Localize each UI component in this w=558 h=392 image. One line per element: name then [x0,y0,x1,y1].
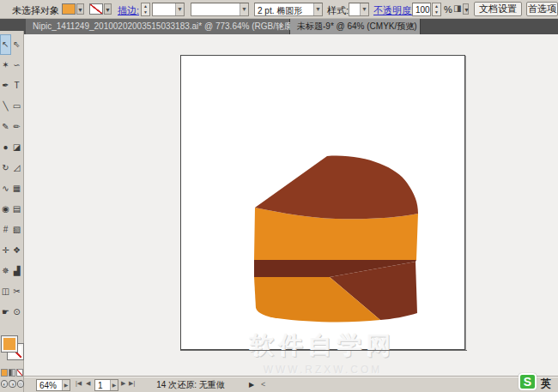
zoom-level-value: 64% [39,381,57,390]
column-graph-tool[interactable]: ▟ [11,261,22,281]
document-tab-bar: Nipic_1411249_20100202003515033183.ai* @… [0,19,558,34]
document-tab-inactive[interactable]: 未标题-9* @ 64% (CMYK/预览) × [290,19,421,34]
chevron-down-icon[interactable]: ▼ [240,3,248,15]
sogou-input-icon[interactable]: S [519,373,537,390]
preferences-button[interactable]: 首选项 [526,2,558,16]
tool-grid: ↖⇖✶∽✒T╲▭✎✏●◪↻◿∿▦◉▤#▧✛❖✵▟◫✂☛⊙ [0,34,24,323]
opacity-panel-link[interactable]: 不透明度: [373,4,414,17]
color-button[interactable] [1,369,8,377]
cake-illustration[interactable] [181,56,466,351]
free-transform-tool[interactable]: ▦ [11,178,22,199]
select-similar-dropdown-icon[interactable]: ▼ [463,3,469,15]
perspective-grid-tool[interactable]: ▤ [11,199,22,220]
artboard-number-combo[interactable]: 1 ▶ [94,379,118,391]
document-tab-label: Nipic_1411249_20100202003515033183.ai* @… [33,21,295,31]
stroke-color-swatch[interactable] [89,3,103,15]
gradient-tool[interactable]: ▧ [11,220,22,240]
paintbrush-tool[interactable]: ✎ [0,117,11,137]
pen-tool[interactable]: ✒ [0,75,11,96]
chevron-down-icon[interactable]: ▶ [62,380,70,390]
lasso-tool[interactable]: ∽ [11,55,22,75]
percent-label: % [444,4,452,15]
line-segment-tool[interactable]: ╲ [0,96,11,117]
illustrator-window: 未选择对象 ▼ ▼ 描边: ▲▼ ▼ ▼ 2 pt. 椭圆形 ▼ 样式: ▼ 不… [0,0,558,392]
canvas-area[interactable]: 软件自学网 WWW.RZXW.COM [24,34,558,377]
first-artboard-button[interactable]: |◀ [76,380,82,387]
opacity-stepper[interactable]: ▲▼ [432,3,441,16]
next-artboard-button[interactable]: ▶ [121,380,125,387]
eraser-tool[interactable]: ◪ [11,137,22,158]
zoom-level-combo[interactable]: 64% ▶ [36,379,70,391]
document-tab-active[interactable]: Nipic_1411249_20100202003515033183.ai* @… [26,19,290,34]
color-type-buttons [1,369,24,377]
artboard-tool[interactable]: ◫ [0,281,11,302]
ime-language-label[interactable]: 英 [541,377,551,391]
opacity-input[interactable]: 100 [412,3,431,16]
ime-indicator: S 英 [519,371,558,392]
gradient-button[interactable] [9,369,15,377]
chevron-down-icon[interactable]: ▼ [313,3,322,15]
control-bar: 未选择对象 ▼ ▼ 描边: ▲▼ ▼ ▼ 2 pt. 椭圆形 ▼ 样式: ▼ 不… [0,0,558,19]
artboard-number-value: 1 [98,381,103,390]
chevron-down-icon[interactable]: ▼ [360,3,368,15]
fill-swatch-large[interactable] [2,336,17,352]
chevron-down-icon[interactable]: ▶ [110,380,118,390]
draw-normal-mode-icon[interactable]: ◐ [1,380,8,388]
undo-status-display: 14 次还原: 无重做 [134,379,247,391]
slice-tool[interactable]: ✂ [11,281,22,302]
blend-tool[interactable]: ❖ [11,240,22,261]
style-label: 样式: [327,4,349,17]
hand-tool[interactable]: ☛ [0,302,11,323]
style-combo[interactable]: ▼ [349,3,369,16]
symbol-sprayer-tool[interactable]: ✵ [0,261,11,281]
none-button[interactable] [16,369,23,377]
shape-builder-tool[interactable]: ◉ [0,199,11,220]
select-similar-objects-icon[interactable]: ◨ [453,3,461,13]
scale-tool[interactable]: ◿ [11,158,22,178]
stroke-panel-link[interactable]: 描边: [118,4,139,17]
close-icon[interactable]: × [276,21,286,31]
fill-dropdown-icon[interactable]: ▼ [76,3,84,15]
rectangle-tool[interactable]: ▭ [11,96,22,117]
rotate-tool[interactable]: ↻ [0,158,11,178]
brush-definition-value: 2 pt. 椭圆形 [258,5,302,17]
selection-status-label: 未选择对象 [12,4,59,17]
close-icon[interactable]: × [407,21,416,31]
draw-behind-mode-icon[interactable]: ◑ [9,380,15,388]
chevron-down-icon[interactable]: ▼ [175,3,184,15]
document-tab-label: 未标题-9* @ 64% (CMYK/预览) [297,21,417,31]
direct-selection-tool[interactable]: ⇖ [11,34,22,55]
document-setup-button[interactable]: 文档设置 [474,2,522,16]
previous-artboard-button[interactable]: ◀ [86,380,90,387]
status-flyout-icon[interactable]: ▶ [249,381,254,389]
stroke-weight-combo[interactable]: ▼ [152,3,185,16]
watermark-url: WWW.RZXW.COM [180,364,465,376]
statusbar-grip: < [261,380,265,389]
eyedropper-tool[interactable]: ✛ [0,240,11,261]
stroke-weight-stepper[interactable]: ▲▼ [141,3,150,16]
status-bar: 64% ▶ |◀ ◀ 1 ▶ ▶ ▶| 14 次还原: 无重做 ▶ < [24,377,558,392]
tools-panel: ↖⇖✶∽✒T╲▭✎✏●◪↻◿∿▦◉▤#▧✛❖✵▟◫✂☛⊙ ◐ ◑ ○ [0,31,24,392]
screen-mode-buttons: ◐ ◑ ○ [1,380,24,388]
opacity-value: 100 [415,5,430,15]
brush-definition-combo[interactable]: 2 pt. 椭圆形 ▼ [254,3,323,16]
zoom-tool[interactable]: ⊙ [11,302,22,323]
blob-brush-tool[interactable]: ● [0,137,11,158]
artboard-bottom-edge [180,350,467,351]
pencil-tool[interactable]: ✏ [11,117,22,137]
mesh-tool[interactable]: # [0,220,11,240]
cake-top [255,156,418,220]
selection-tool[interactable]: ↖ [0,34,11,55]
width-tool[interactable]: ∿ [0,178,11,199]
magic-wand-tool[interactable]: ✶ [0,55,11,75]
draw-inside-mode-icon[interactable]: ○ [17,380,24,388]
stroke-dropdown-icon[interactable]: ▼ [104,3,112,15]
fill-color-swatch[interactable] [62,3,76,15]
artboard[interactable] [180,55,465,350]
fill-stroke-indicator [1,336,24,365]
variable-width-profile-combo[interactable]: ▼ [191,3,249,16]
type-tool[interactable]: T [11,75,22,96]
